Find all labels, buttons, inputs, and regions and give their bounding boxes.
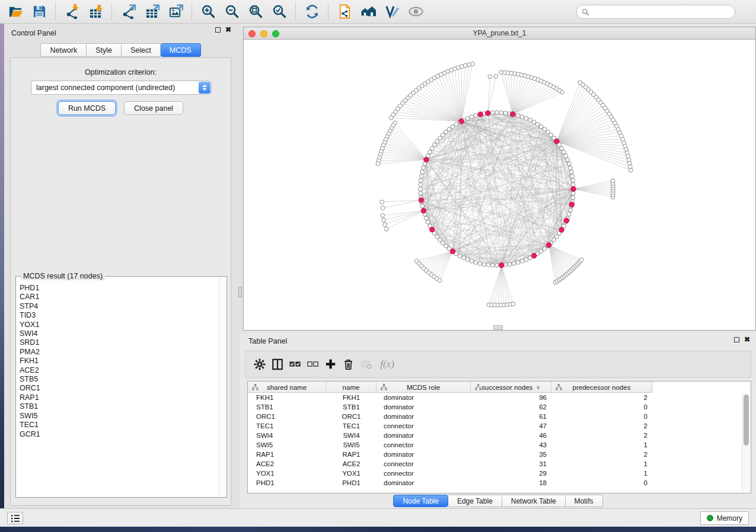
- network-view-window: YPA_prune.txt_1: [243, 27, 756, 331]
- table-row[interactable]: PHD1PHD1dominator180: [248, 478, 741, 488]
- zoom-fit-button[interactable]: [244, 2, 267, 22]
- mcds-result-item[interactable]: PHD1: [20, 284, 218, 293]
- tab-motifs[interactable]: Motifs: [566, 495, 603, 507]
- mcds-result-item[interactable]: SWI5: [20, 412, 218, 421]
- table-panel: Table Panel ✖ f(x) shared namenameMCDS r…: [240, 334, 756, 508]
- import-table-button[interactable]: [84, 2, 107, 22]
- run-mcds-button[interactable]: Run MCDS: [58, 101, 116, 115]
- mcds-result-item[interactable]: FKH1: [20, 357, 218, 366]
- close-table-panel-icon[interactable]: ✖: [744, 337, 750, 342]
- search-input[interactable]: [592, 6, 735, 18]
- tab-style[interactable]: Style: [87, 43, 122, 57]
- table-row[interactable]: STB1STB1dominator620: [248, 402, 741, 412]
- search-box[interactable]: [576, 5, 735, 19]
- network-window-titlebar[interactable]: YPA_prune.txt_1: [244, 27, 755, 40]
- mcds-result-item[interactable]: TEC1: [20, 421, 218, 430]
- close-panel-button[interactable]: Close panel: [124, 101, 183, 115]
- mcds-result-item[interactable]: SRD1: [20, 338, 218, 347]
- table-scrollbar-thumb[interactable]: [744, 395, 749, 446]
- tab-select[interactable]: Select: [122, 43, 161, 57]
- criterion-dropdown[interactable]: largest connected component (undirected): [31, 81, 212, 95]
- mcds-list-scrollbar[interactable]: [219, 277, 226, 496]
- table-row[interactable]: ORC1ORC1dominator610: [248, 412, 741, 421]
- delete-column-button[interactable]: [342, 357, 356, 371]
- mcds-result-item[interactable]: CAR1: [20, 293, 218, 302]
- table-row[interactable]: SWI5SWI5connector431: [248, 440, 741, 450]
- export-image-button[interactable]: [164, 2, 187, 22]
- import-network-button[interactable]: [60, 2, 84, 22]
- column-header-name[interactable]: name: [326, 382, 377, 393]
- table-row[interactable]: SWI4SWI4dominator462: [248, 431, 741, 440]
- mcds-result-item[interactable]: ACE2: [20, 366, 218, 375]
- mcds-result-item[interactable]: SWI4: [20, 329, 218, 338]
- task-history-button[interactable]: [7, 512, 23, 524]
- table-scrollbar[interactable]: [742, 393, 750, 492]
- table-header-row: shared namenameMCDS rolesuccessor nodes∨…: [248, 382, 653, 393]
- tab-node-table[interactable]: Node Table: [393, 495, 448, 507]
- memory-button[interactable]: Memory: [700, 511, 749, 525]
- cell-name: ACE2: [326, 459, 377, 469]
- float-panel-icon[interactable]: [215, 27, 221, 33]
- mcds-result-item[interactable]: GCR1: [20, 430, 218, 439]
- toolbar-separator: [55, 4, 56, 20]
- deselect-all-button[interactable]: [306, 357, 320, 371]
- column-header-MCDS-role[interactable]: MCDS role: [377, 382, 471, 393]
- export-table-button[interactable]: [140, 2, 164, 22]
- show-hide-button[interactable]: [404, 2, 428, 22]
- main-toolbar: [0, 0, 756, 24]
- table-row[interactable]: FKH1FKH1dominator962: [248, 393, 741, 402]
- new-network-from-selection-button[interactable]: [333, 2, 356, 22]
- cell-predecessor-nodes: 2: [551, 421, 652, 431]
- table-options-button[interactable]: [253, 357, 267, 371]
- style-mapper-button[interactable]: [380, 2, 404, 22]
- export-network-button[interactable]: [116, 2, 140, 22]
- network-canvas[interactable]: [244, 40, 755, 326]
- node-table: shared namenameMCDS rolesuccessor nodes∨…: [247, 381, 751, 493]
- mcds-result-item[interactable]: RAP1: [20, 393, 218, 402]
- mcds-result-item[interactable]: ORC1: [20, 384, 218, 393]
- cell-successor-nodes: 29: [471, 469, 551, 478]
- network-splitter-handle[interactable]: [493, 325, 503, 330]
- export-network-icon: [121, 4, 136, 19]
- mcds-result-item[interactable]: STB5: [20, 375, 218, 384]
- mcds-result-list[interactable]: PHD1CAR1STP4TID3YOX1SWI4SRD1PMA2FKH1ACE2…: [17, 280, 218, 496]
- column-header-successor-nodes[interactable]: successor nodes∨: [471, 382, 551, 393]
- float-table-panel-icon[interactable]: [734, 337, 739, 342]
- export-table-icon: [145, 4, 160, 19]
- tab-mcds[interactable]: MCDS: [161, 43, 201, 57]
- tab-network[interactable]: Network: [40, 43, 87, 57]
- table-row[interactable]: ACE2ACE2connector311: [248, 459, 741, 469]
- show-column-button[interactable]: [270, 357, 285, 371]
- close-panel-icon[interactable]: ✖: [225, 27, 231, 33]
- table-row[interactable]: YOX1YOX1connector291: [248, 469, 741, 478]
- mcds-result-item[interactable]: TID3: [20, 311, 218, 320]
- show-all-networks-button[interactable]: [356, 2, 380, 22]
- network-graph[interactable]: [244, 40, 755, 326]
- save-icon: [32, 4, 47, 19]
- zoom-in-button[interactable]: [196, 2, 220, 22]
- column-header-shared-name[interactable]: shared name: [248, 382, 326, 393]
- mcds-result-item[interactable]: PMA2: [20, 348, 218, 357]
- zoom-out-button[interactable]: [220, 2, 244, 22]
- zoom-selected-button[interactable]: [267, 2, 291, 22]
- mcds-result-item[interactable]: STP4: [20, 302, 218, 311]
- open-file-button[interactable]: [4, 2, 27, 22]
- apply-layout-button[interactable]: [300, 2, 324, 22]
- mcds-result-group: MCDS result (17 nodes) PHD1CAR1STP4TID3Y…: [15, 276, 227, 498]
- tab-network-table[interactable]: Network Table: [502, 495, 566, 507]
- mcds-result-item[interactable]: STB1: [20, 402, 218, 411]
- save-session-button[interactable]: [27, 2, 51, 22]
- table-row[interactable]: RAP1RAP1dominator352: [248, 450, 741, 459]
- select-all-button[interactable]: [288, 357, 302, 371]
- add-column-button[interactable]: [324, 357, 338, 371]
- table-row[interactable]: TEC1TEC1connector472: [248, 421, 741, 431]
- cell-predecessor-nodes: 1: [551, 459, 652, 469]
- network-window-title: YPA_prune.txt_1: [244, 29, 755, 37]
- plus-bold-icon: [325, 358, 337, 370]
- tab-edge-table[interactable]: Edge Table: [448, 495, 502, 507]
- splitter-handle[interactable]: [238, 287, 242, 297]
- toolbar-buttons: [4, 2, 428, 22]
- mcds-result-item[interactable]: YOX1: [20, 321, 218, 329]
- column-header-predecessor-nodes[interactable]: predecessor nodes: [551, 382, 652, 393]
- control-panel-tabs: NetworkStyleSelectMCDS: [4, 43, 237, 57]
